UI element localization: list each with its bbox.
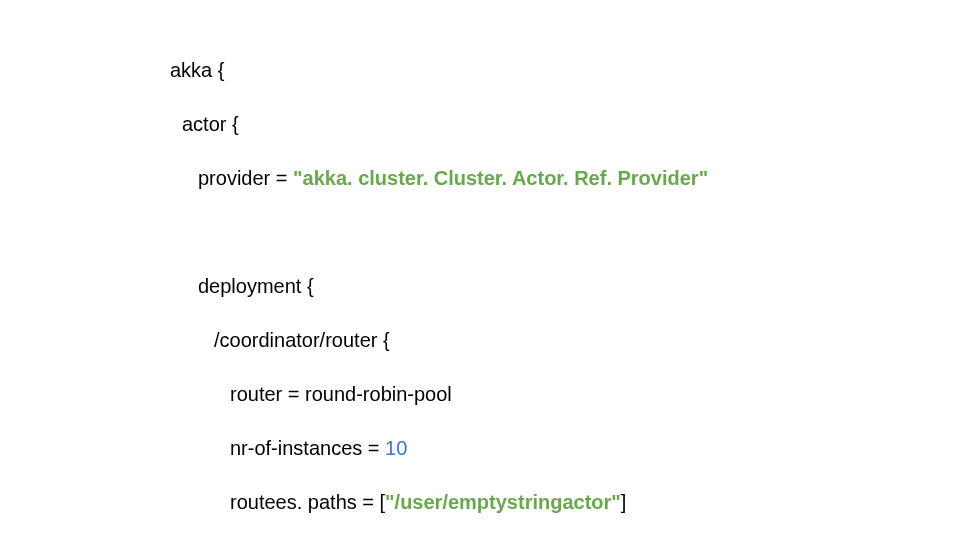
- code-line: /coordinator/router {: [170, 327, 708, 354]
- string-literal: "/user/emptystringactor": [385, 491, 621, 513]
- code-line: provider = "akka. cluster. Cluster. Acto…: [170, 165, 708, 192]
- code-text: provider =: [198, 167, 293, 189]
- code-line: nr-of-instances = 10: [170, 435, 708, 462]
- code-line: router = round-robin-pool: [170, 381, 708, 408]
- code-line: routees. paths = ["/user/emptystringacto…: [170, 489, 708, 516]
- blank-line: [170, 219, 708, 246]
- code-text: ]: [621, 491, 627, 513]
- config-code-block: akka { actor { provider = "akka. cluster…: [170, 30, 708, 540]
- code-line: deployment {: [170, 273, 708, 300]
- code-text: routees. paths: [230, 491, 357, 513]
- code-line: actor {: [170, 111, 708, 138]
- number-literal: 10: [385, 437, 407, 459]
- code-text: = [: [357, 491, 385, 513]
- code-line: akka {: [170, 57, 708, 84]
- code-text: nr-of-instances =: [230, 437, 385, 459]
- string-literal: "akka. cluster. Cluster. Actor. Ref. Pro…: [293, 167, 708, 189]
